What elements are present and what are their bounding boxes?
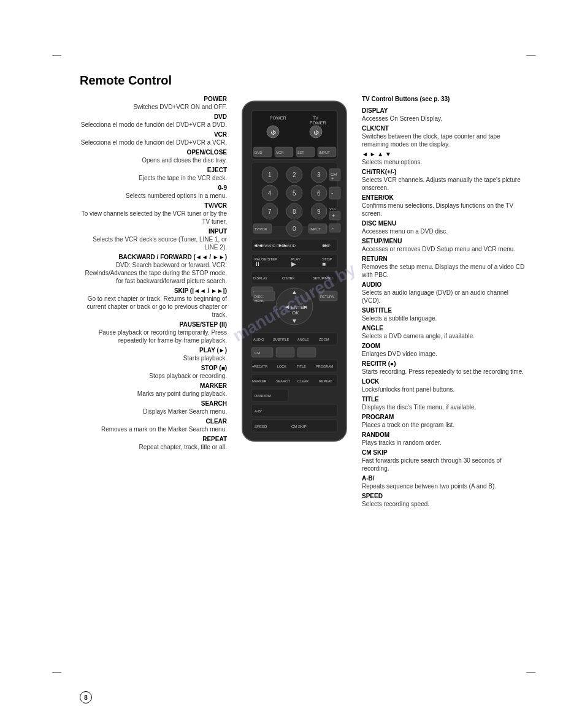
svg-text:LOCK: LOCK xyxy=(277,365,286,368)
svg-text:INPUT: INPUT xyxy=(310,227,321,231)
list-item: ◄ ► ▲ ▼Selects menu options. xyxy=(362,150,526,166)
remote-image-container: manufactured by POWER TV POWER xyxy=(236,95,353,510)
list-item: CM SKIPFast forwards picture search thro… xyxy=(362,449,526,472)
list-item: CLEARRemoves a mark on the Marker Search… xyxy=(80,417,227,433)
svg-text:1: 1 xyxy=(268,172,272,178)
svg-text:REPEAT: REPEAT xyxy=(319,379,332,383)
svg-text:DVD: DVD xyxy=(255,151,262,154)
list-item: SEARCHDisplays Marker Search menu. xyxy=(80,400,227,415)
svg-text:9: 9 xyxy=(317,208,321,215)
svg-text:5: 5 xyxy=(293,190,296,197)
tick-left-top xyxy=(52,55,61,56)
svg-text:ANGLE: ANGLE xyxy=(297,338,309,341)
left-column: POWERSwitches DVD+VCR ON and OFF.DVDSele… xyxy=(80,95,227,510)
svg-text:POWER: POWER xyxy=(270,116,286,120)
page-title: Remote Control xyxy=(80,74,526,88)
right-column-header: TV Control Buttons (see p. 33) xyxy=(362,95,526,103)
svg-text:SET: SET xyxy=(297,151,304,154)
svg-text:CM: CM xyxy=(255,351,260,355)
svg-text:+: + xyxy=(332,213,335,219)
list-item: STOP (■)Stops playback or recording. xyxy=(80,364,227,380)
svg-text:◄: ◄ xyxy=(284,303,290,310)
list-item: MARKERMarks any point during playback. xyxy=(80,382,227,398)
svg-text:▼: ▼ xyxy=(291,317,297,324)
list-item: POWERSwitches DVD+VCR ON and OFF. xyxy=(80,95,227,111)
svg-text:RETURN: RETURN xyxy=(320,295,334,298)
main-layout: POWERSwitches DVD+VCR ON and OFF.DVDSele… xyxy=(80,95,526,510)
tick-left-bot xyxy=(52,672,61,673)
svg-text:2: 2 xyxy=(293,172,296,178)
svg-text:AUDIO: AUDIO xyxy=(253,338,264,341)
svg-text:►: ► xyxy=(302,303,308,310)
svg-text:3: 3 xyxy=(317,172,321,178)
list-item: SPEEDSelects recording speed. xyxy=(362,492,526,508)
list-item: PLAY (►)Starts playback. xyxy=(80,346,227,362)
svg-text:POWER: POWER xyxy=(310,121,326,125)
svg-text:VCR: VCR xyxy=(276,151,284,154)
svg-rect-91 xyxy=(297,347,316,357)
svg-text:CH: CH xyxy=(331,172,337,176)
svg-text:PROGRAM: PROGRAM xyxy=(316,365,334,368)
svg-text:TITLE: TITLE xyxy=(297,365,306,368)
list-item: REPEATRepeat chapter, track, title or al… xyxy=(80,435,227,451)
svg-text:-: - xyxy=(331,189,333,196)
svg-text:MENU: MENU xyxy=(255,299,264,303)
svg-text:4: 4 xyxy=(268,190,272,197)
svg-text:-: - xyxy=(332,225,334,231)
list-item: A-B/Repeats sequence between two points … xyxy=(362,474,526,490)
svg-text:0: 0 xyxy=(293,226,296,232)
svg-text:A-B/: A-B/ xyxy=(255,409,262,413)
list-item: CH/TRK(+/-)Selects VCR channels. Adjusts… xyxy=(362,168,526,192)
svg-text:+: + xyxy=(331,176,334,181)
list-item: BACKWARD / FORWARD (◄◄ / ►►)DVD: Search … xyxy=(80,253,227,285)
list-item: INPUTSelects the VCR deck's source (Tune… xyxy=(80,227,227,251)
list-item: SKIP (|◄◄ / ►►|)Go to next chapter or tr… xyxy=(80,287,227,319)
list-item: PAUSE/STEP (II)Pause playback or recordi… xyxy=(80,320,227,344)
list-item: DISC MENUAccesses menu on a DVD disc. xyxy=(362,219,526,235)
svg-text:8: 8 xyxy=(293,208,296,215)
svg-rect-104 xyxy=(251,404,337,417)
list-item: TITLEDisplays the disc's Title menu, if … xyxy=(362,395,526,411)
svg-text:●REC/ITR: ●REC/ITR xyxy=(252,365,267,368)
list-item: OPEN/CLOSEOpens and closes the disc tray… xyxy=(80,148,227,164)
list-item: TV/VCRTo view channels selected by the V… xyxy=(80,202,227,226)
svg-text:◄◄: ◄◄ xyxy=(253,243,263,248)
svg-text:⏻: ⏻ xyxy=(313,130,319,135)
list-item: AUDIOSelects an audio language (DVD) or … xyxy=(362,281,526,305)
remote-svg: POWER TV POWER ⏻ ⏻ DVD V xyxy=(236,95,353,450)
svg-text:VCL: VCL xyxy=(329,207,337,211)
list-item: SUBTITLESelects a subtitle language. xyxy=(362,306,526,322)
svg-text:MARKER: MARKER xyxy=(252,379,267,383)
list-item: ZOOMEnlarges DVD video image. xyxy=(362,342,526,358)
svg-text:SETUP/MNU: SETUP/MNU xyxy=(313,276,332,280)
svg-text:CH/TRK: CH/TRK xyxy=(282,276,295,280)
svg-rect-50 xyxy=(329,224,340,232)
list-item: ANGLESelects a DVD camera angle, if avai… xyxy=(362,324,526,340)
svg-text:TV/VCR: TV/VCR xyxy=(255,227,267,231)
list-item: DISPLAYAccesses On Screen Display. xyxy=(362,107,526,123)
svg-text:⏸: ⏸ xyxy=(255,260,261,267)
svg-rect-90 xyxy=(276,347,294,357)
svg-text:ZOOM: ZOOM xyxy=(319,338,329,341)
svg-text:TV: TV xyxy=(313,116,318,120)
list-item: CLK/CNTSwitches between the clock, tape … xyxy=(362,124,526,148)
svg-text:■: ■ xyxy=(322,260,326,267)
page: Remote Control POWERSwitches DVD+VCR ON … xyxy=(0,0,563,728)
svg-text:►►: ►► xyxy=(278,243,288,248)
list-item: RANDOMPlays tracks in random order. xyxy=(362,431,526,447)
list-item: RETURNRemoves the setup menu. Displays t… xyxy=(362,255,526,279)
svg-text:SPEED: SPEED xyxy=(255,425,267,428)
svg-text:CM SKIP: CM SKIP xyxy=(291,425,307,428)
svg-text:▲: ▲ xyxy=(291,289,297,295)
svg-text:DISC: DISC xyxy=(255,295,262,298)
svg-text:⏭: ⏭ xyxy=(323,243,328,248)
svg-text:7: 7 xyxy=(268,208,272,215)
svg-text:OK: OK xyxy=(292,310,299,316)
tick-right-bot xyxy=(526,672,535,673)
svg-text:DISPLAY: DISPLAY xyxy=(253,276,267,280)
list-item: 0-9Selects numbered options in a menu. xyxy=(80,184,227,200)
svg-text:CLEAR: CLEAR xyxy=(297,379,308,383)
center-column: manufactured by POWER TV POWER xyxy=(233,95,356,510)
svg-text:6: 6 xyxy=(317,190,321,197)
list-item: PROGRAMPlaces a track on the program lis… xyxy=(362,413,526,429)
